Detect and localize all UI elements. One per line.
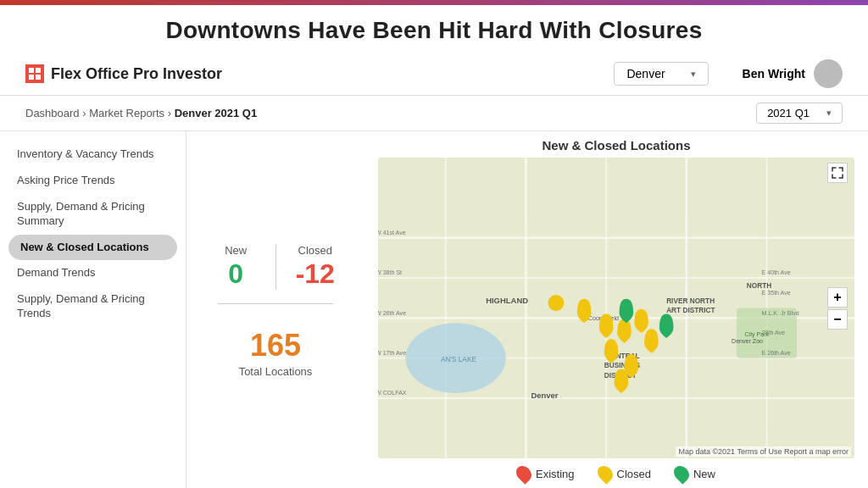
legend-existing: Existing [517, 465, 575, 482]
map-attribution: Map data ©2021 Terms of Use Report a map… [676, 446, 851, 457]
sidebar-item-label: New & Closed Locations [20, 241, 149, 253]
sidebar-item-label: Demand Trends [17, 266, 96, 279]
sidebar-item-asking-price[interactable]: Asking Price Trends [0, 168, 186, 194]
sidebar-item-supply-demand-summary[interactable]: Supply, Demand & Pricing Summary [0, 194, 186, 235]
map-zoom-controls: + − [827, 287, 848, 330]
breadcrumb-dashboard[interactable]: Dashboard [25, 107, 80, 119]
svg-text:W 38th St: W 38th St [378, 269, 402, 276]
page-title: Downtowns Have Been Hit Hard With Closur… [0, 5, 868, 53]
user-area: Ben Wright [743, 59, 843, 88]
breadcrumb-current: Denver 2021 Q1 [175, 107, 258, 119]
app-name: Flex Office Pro Investor [51, 65, 222, 83]
new-stat: New 0 [203, 244, 269, 290]
svg-text:Denver: Denver [531, 391, 558, 400]
svg-rect-2 [29, 75, 34, 80]
closed-value: -12 [283, 258, 348, 290]
quarter-dropdown[interactable]: 2021 Q1 ▾ [756, 103, 843, 124]
total-value: 165 [239, 328, 313, 363]
svg-text:ART DISTRICT: ART DISTRICT [666, 307, 715, 314]
avatar [814, 59, 843, 88]
stats-panel: New 0 Closed -12 165 Total Locations [186, 131, 364, 488]
user-name: Ben Wright [743, 67, 805, 80]
quarter-value: 2021 Q1 [767, 107, 810, 119]
sidebar-item-supply-demand-trends[interactable]: Supply, Demand & Pricing Trends [0, 286, 186, 327]
sidebar-item-inventory-vacancy[interactable]: Inventory & Vacancy Trends [0, 141, 186, 168]
logo-icon [25, 64, 44, 83]
svg-text:W COLFAX: W COLFAX [378, 390, 407, 396]
sidebar-item-label: Supply, Demand & Pricing Summary [17, 200, 145, 227]
breadcrumb-bar: Dashboard › Market Reports › Denver 2021… [0, 96, 868, 131]
sidebar: Inventory & Vacancy Trends Asking Price … [0, 131, 186, 488]
svg-text:Denver Zoo: Denver Zoo [732, 338, 763, 345]
svg-text:AN'S LAKE: AN'S LAKE [441, 356, 476, 363]
fullscreen-button[interactable] [827, 163, 848, 183]
legend-new: New [675, 465, 715, 482]
breadcrumb: Dashboard › Market Reports › Denver 2021… [25, 107, 257, 119]
main-content: Inventory & Vacancy Trends Asking Price … [0, 131, 868, 488]
map-title: New & Closed Locations [378, 138, 854, 152]
svg-text:W 17th Ave: W 17th Ave [378, 350, 406, 357]
logo-area: Flex Office Pro Investor [25, 64, 614, 83]
svg-text:W 26th Ave: W 26th Ave [378, 310, 406, 317]
map-svg: AN'S LAKE City Park HIGHLAND CENTRAL BUS… [378, 158, 854, 458]
legend-closed-label: Closed [617, 468, 651, 480]
new-closed-row: New 0 Closed -12 [203, 244, 348, 290]
svg-text:29th Ave: 29th Ave [762, 330, 785, 336]
chevron-down-icon: ▾ [691, 69, 696, 80]
sidebar-item-label: Supply, Demand & Pricing Trends [17, 292, 145, 319]
city-value: Denver [626, 67, 665, 80]
closed-label: Closed [283, 244, 348, 257]
legend-existing-label: Existing [536, 468, 575, 480]
stat-divider [275, 244, 276, 290]
legend-new-label: New [693, 468, 715, 480]
total-locations: 165 Total Locations [239, 328, 313, 378]
map-panel: New & Closed Locations AN'S LAKE [364, 131, 868, 488]
zoom-out-button[interactable]: − [827, 309, 848, 330]
closed-stat: Closed -12 [283, 244, 348, 290]
sidebar-item-demand-trends[interactable]: Demand Trends [0, 260, 186, 286]
total-label: Total Locations [239, 365, 313, 378]
new-value: 0 [203, 258, 269, 290]
svg-rect-3 [36, 75, 41, 80]
svg-text:HIGHLAND: HIGHLAND [486, 296, 528, 305]
svg-text:E 35th Ave: E 35th Ave [762, 290, 791, 297]
svg-rect-0 [29, 68, 34, 73]
breadcrumb-market-reports[interactable]: Market Reports [89, 107, 164, 119]
zoom-in-button[interactable]: + [827, 287, 848, 308]
stats-horizontal-divider [218, 303, 333, 304]
svg-text:E 40th Ave: E 40th Ave [762, 269, 791, 276]
sidebar-item-label: Inventory & Vacancy Trends [17, 147, 154, 160]
svg-text:M.L.K. Jr Blvd: M.L.K. Jr Blvd [762, 310, 799, 317]
legend-closed: Closed [598, 465, 651, 482]
svg-rect-1 [36, 68, 41, 73]
legend-closed-icon [594, 463, 615, 484]
header-bar: Flex Office Pro Investor Denver ▾ Ben Wr… [0, 53, 868, 96]
sidebar-item-label: Asking Price Trends [17, 174, 115, 186]
sidebar-item-new-closed[interactable]: New & Closed Locations [8, 235, 177, 261]
svg-text:W 41st Ave: W 41st Ave [378, 230, 406, 236]
breadcrumb-sep1: › [82, 107, 89, 119]
breadcrumb-sep2: › [168, 107, 175, 119]
svg-text:E 26th Ave: E 26th Ave [762, 350, 791, 357]
city-dropdown[interactable]: Denver ▾ [614, 62, 708, 86]
quarter-chevron-icon: ▾ [826, 108, 832, 119]
map-container[interactable]: AN'S LAKE City Park HIGHLAND CENTRAL BUS… [378, 158, 854, 458]
svg-text:NORTH: NORTH [747, 282, 771, 290]
map-legend: Existing Closed New [378, 458, 854, 484]
new-label: New [203, 244, 269, 257]
legend-existing-icon [513, 463, 534, 484]
legend-new-icon [670, 463, 692, 484]
svg-text:RIVER NORTH: RIVER NORTH [666, 297, 715, 305]
